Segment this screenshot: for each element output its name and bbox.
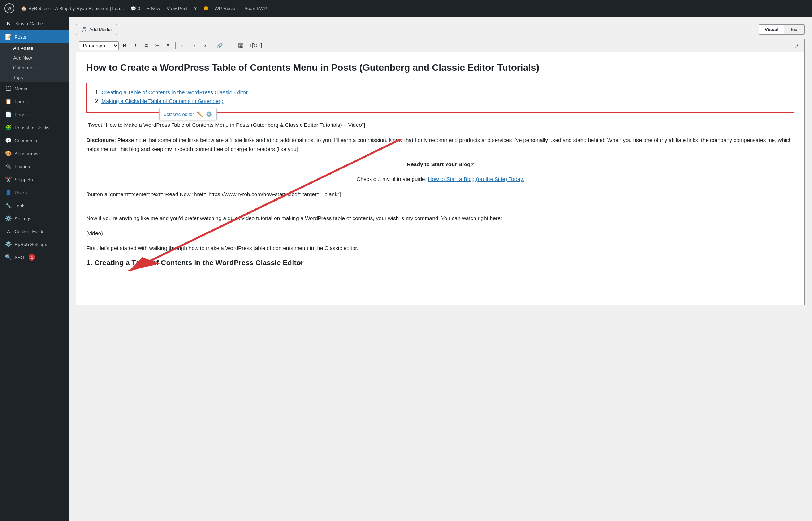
ordered-list-button[interactable]: 1 2 3 xyxy=(152,40,162,51)
align-center-button[interactable]: ↔ xyxy=(189,40,199,51)
seo-icon: 🔍 xyxy=(5,254,12,260)
toc-item-2: Making a Clickable Table of Contents in … xyxy=(102,98,786,104)
link-tooltip: #classic-editor ✏️ ⚙️ xyxy=(159,108,217,120)
comments-sidebar-icon: 💬 xyxy=(5,137,12,144)
ready-heading: Ready to Start Your Blog? xyxy=(86,160,794,169)
content-area: 🎵 Add Media Visual Text Paragraph Headin… xyxy=(69,17,812,521)
sidebar-item-plugins[interactable]: 🔌 Plugins xyxy=(0,160,69,173)
home-icon: 🏠 xyxy=(21,6,27,11)
sidebar-item-pages[interactable]: 📄 Pages xyxy=(0,108,69,121)
sidebar-item-settings[interactable]: ⚙️ Settings xyxy=(0,212,69,225)
expand-editor-button[interactable]: ⤢ xyxy=(791,40,802,51)
comments-link[interactable]: 💬 0 xyxy=(130,6,140,11)
editor-container: 🎵 Add Media Visual Text Paragraph Headin… xyxy=(69,17,812,312)
yoast-icon[interactable]: Y xyxy=(194,6,197,11)
link-button[interactable]: 🔗 xyxy=(214,40,224,51)
guide-link[interactable]: How to Start a Blog (on the Side) Today. xyxy=(428,176,524,182)
link-tooltip-text: #classic-editor xyxy=(164,112,194,117)
toc-item-1: Creating a Table of Contents in the Word… xyxy=(102,89,786,96)
bold-button[interactable]: B xyxy=(120,40,130,51)
cp-button[interactable]: +[CP] xyxy=(247,40,264,51)
kinsta-icon: K xyxy=(5,20,12,27)
pages-icon: 📄 xyxy=(5,111,12,118)
posts-icon: 📝 xyxy=(5,34,12,40)
forms-icon: 📋 xyxy=(5,98,12,105)
svg-text:3: 3 xyxy=(155,46,156,48)
sidebar-item-add-new[interactable]: Add New xyxy=(0,53,69,63)
toc-link-1[interactable]: Creating a Table of Contents in the Word… xyxy=(102,89,248,95)
sidebar-item-reusable-blocks[interactable]: 🧩 Reusable Blocks xyxy=(0,121,69,134)
wp-rocket-dot xyxy=(204,6,208,10)
settings-icon: ⚙️ xyxy=(5,215,12,222)
snippets-icon: ✂️ xyxy=(5,176,12,183)
unlink-icon[interactable]: ⚙️ xyxy=(206,111,212,117)
sidebar-item-media[interactable]: 🖼 Media xyxy=(0,82,69,95)
text-tab[interactable]: Text xyxy=(784,25,804,34)
users-icon: 👤 xyxy=(5,189,12,196)
disclosure-block: Disclosure: Please note that some of the… xyxy=(86,135,794,154)
toc-link-2[interactable]: Making a Clickable Table of Contents in … xyxy=(102,98,223,104)
add-media-icon: 🎵 xyxy=(81,27,87,32)
add-media-button[interactable]: 🎵 Add Media xyxy=(76,24,117,35)
site-name[interactable]: 🏠 RyRob.com: A Blog by Ryan Robinson | L… xyxy=(21,6,124,11)
blockquote-button[interactable]: ❝ xyxy=(163,40,173,51)
sidebar-item-forms[interactable]: 📋 Forms xyxy=(0,95,69,108)
posts-submenu: All Posts Add New Categories Tags xyxy=(0,43,69,82)
align-right-button[interactable]: ⇥ xyxy=(199,40,210,51)
sidebar-item-tags[interactable]: Tags xyxy=(0,73,69,82)
searchwp-link[interactable]: SearchWP xyxy=(244,6,267,11)
toolbar-divider-1 xyxy=(175,42,176,49)
sidebar-item-appearance[interactable]: 🎨 Appearance xyxy=(0,147,69,160)
admin-bar: W 🏠 RyRob.com: A Blog by Ryan Robinson |… xyxy=(0,0,812,17)
unordered-list-button[interactable]: ≡ xyxy=(141,40,151,51)
editor-toolbar-top: 🎵 Add Media Visual Text xyxy=(76,24,805,35)
sidebar-item-all-posts[interactable]: All Posts xyxy=(0,43,69,53)
italic-button[interactable]: I xyxy=(130,40,141,51)
appearance-icon: 🎨 xyxy=(5,150,12,157)
plugins-icon: 🔌 xyxy=(5,163,12,170)
paragraph-format-select[interactable]: Paragraph Heading 1 Heading 2 Heading 3 … xyxy=(79,41,119,50)
sidebar-item-ryrob-settings[interactable]: ⚙️ RyRob Settings xyxy=(0,238,69,251)
table-button[interactable] xyxy=(236,40,246,51)
visual-tab[interactable]: Visual xyxy=(759,25,784,34)
main-layout: K Kinsta Cache 📝 Posts All Posts Add New… xyxy=(0,17,812,521)
video-shortcode-block: (video) xyxy=(86,229,794,238)
kinsta-cache-item[interactable]: K Kinsta Cache xyxy=(0,17,69,30)
seo-badge: 1 xyxy=(29,254,35,260)
sidebar-item-snippets[interactable]: ✂️ Snippets xyxy=(0,173,69,186)
ryrob-settings-icon: ⚙️ xyxy=(5,241,12,247)
wp-rocket-link[interactable]: WP Rocket xyxy=(215,6,238,11)
view-post-link[interactable]: View Post xyxy=(167,6,187,11)
button-shortcode-block: [button alignment="center" text="Read No… xyxy=(86,190,794,199)
section-heading-1: ​1. Creating a Table of Contents in the … xyxy=(86,259,794,267)
horizontal-rule-button[interactable]: — xyxy=(225,40,235,51)
classic-editor-intro-block: First, let's get started with walking th… xyxy=(86,244,794,253)
sidebar: K Kinsta Cache 📝 Posts All Posts Add New… xyxy=(0,17,69,521)
align-left-button[interactable]: ⇤ xyxy=(178,40,188,51)
post-title: How to Create a WordPress Table of Conte… xyxy=(86,61,794,74)
tools-icon: 🔧 xyxy=(5,202,12,209)
sidebar-item-categories[interactable]: Categories xyxy=(0,63,69,73)
sidebar-item-seo[interactable]: 🔍 SEO 1 xyxy=(0,251,69,264)
format-toolbar: Paragraph Heading 1 Heading 2 Heading 3 … xyxy=(76,39,805,52)
media-icon: 🖼 xyxy=(5,86,12,92)
guide-link-block: Check out my ultimate guide: How to Star… xyxy=(86,175,794,184)
editor-body[interactable]: How to Create a WordPress Table of Conte… xyxy=(76,52,805,305)
content-divider xyxy=(86,206,794,206)
sidebar-item-posts[interactable]: 📝 Posts xyxy=(0,30,69,43)
tweet-block: [Tweet "How to Make a WordPress Table of… xyxy=(86,120,794,130)
sidebar-item-users[interactable]: 👤 Users xyxy=(0,186,69,199)
toc-box: Creating a Table of Contents in the Word… xyxy=(86,83,794,113)
toolbar-divider-2 xyxy=(212,42,212,49)
sidebar-item-comments[interactable]: 💬 Comments xyxy=(0,134,69,147)
reusable-blocks-icon: 🧩 xyxy=(5,124,12,131)
video-intro-block: Now if you're anything like me and you'd… xyxy=(86,214,794,223)
wp-logo[interactable]: W xyxy=(4,3,14,13)
edit-link-icon[interactable]: ✏️ xyxy=(197,111,203,117)
svg-rect-6 xyxy=(239,43,243,48)
comments-icon: 💬 xyxy=(130,6,136,11)
custom-fields-icon: 🗂 xyxy=(5,228,12,234)
sidebar-item-custom-fields[interactable]: 🗂 Custom Fields xyxy=(0,225,69,238)
sidebar-item-tools[interactable]: 🔧 Tools xyxy=(0,199,69,212)
new-button[interactable]: + New xyxy=(147,6,160,11)
